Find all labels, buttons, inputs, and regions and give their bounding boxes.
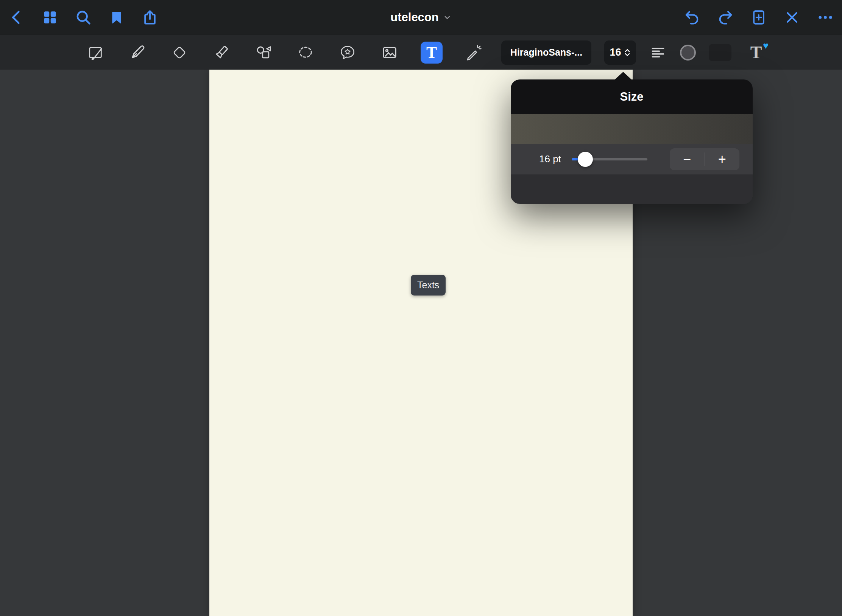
more-button[interactable] xyxy=(816,8,834,26)
text-color-swatch[interactable] xyxy=(680,45,696,61)
plus-icon: + xyxy=(718,152,726,166)
text-tool-glyph: T xyxy=(426,44,437,62)
shapes-icon xyxy=(255,44,272,61)
heart-icon: ♥ xyxy=(763,41,769,50)
ellipsis-icon xyxy=(817,9,834,26)
tool-bar: T HiraginoSans-... 16 T ♥ xyxy=(0,34,842,70)
tool-lasso[interactable] xyxy=(294,41,317,64)
popover-gradient-band xyxy=(511,114,753,144)
size-slider-row: 16 pt − + xyxy=(511,144,753,174)
popover-title: Size xyxy=(620,90,643,104)
close-icon xyxy=(784,10,800,25)
popover-arrow xyxy=(614,72,632,80)
chevron-down-icon xyxy=(443,13,452,22)
font-size-button[interactable]: 16 xyxy=(604,40,636,65)
top-navigation-bar: utelecon xyxy=(0,0,842,34)
size-popover: Size 16 pt − + xyxy=(511,79,753,204)
close-button[interactable] xyxy=(783,8,801,26)
tool-group: T xyxy=(84,35,485,70)
text-background-swatch[interactable] xyxy=(709,44,731,61)
tool-highlighter[interactable] xyxy=(210,41,233,64)
undo-button[interactable] xyxy=(683,8,701,26)
text-format-group: HiraginoSans-... 16 T ♥ xyxy=(501,35,768,70)
undo-icon xyxy=(684,9,700,26)
topbar-left-group xyxy=(8,0,159,34)
add-page-icon xyxy=(750,9,767,26)
popover-footer xyxy=(511,174,753,204)
tool-eraser[interactable] xyxy=(168,41,191,64)
thumbnails-button[interactable] xyxy=(41,8,59,26)
size-value-label: 16 pt xyxy=(539,153,561,165)
pen-icon xyxy=(129,44,146,61)
bookmark-button[interactable] xyxy=(108,8,126,26)
bookmark-icon xyxy=(109,10,124,25)
search-icon xyxy=(75,9,92,26)
chevron-left-icon xyxy=(9,9,25,25)
text-style-glyph: T xyxy=(750,44,762,61)
texts-callout[interactable]: Texts xyxy=(411,275,446,296)
tool-stickers[interactable] xyxy=(336,41,359,64)
topbar-right-group xyxy=(683,0,834,34)
tool-laser-pointer[interactable] xyxy=(462,41,485,64)
align-left-icon xyxy=(650,44,666,61)
grid-icon xyxy=(42,9,58,25)
size-decrease-button[interactable]: − xyxy=(670,148,705,170)
tool-text-active[interactable]: T xyxy=(420,41,443,64)
document-title-button[interactable]: utelecon xyxy=(390,0,451,34)
size-stepper: − + xyxy=(670,148,739,170)
document-title: utelecon xyxy=(390,11,438,24)
size-slider[interactable] xyxy=(572,152,647,167)
add-page-button[interactable] xyxy=(750,8,768,26)
eraser-icon xyxy=(171,44,188,61)
tool-shapes[interactable] xyxy=(252,41,275,64)
back-button[interactable] xyxy=(8,8,26,26)
tool-page-edit[interactable] xyxy=(84,41,107,64)
minus-icon: − xyxy=(683,152,691,166)
share-icon xyxy=(142,9,158,26)
page-edit-icon xyxy=(87,44,104,61)
redo-button[interactable] xyxy=(716,8,734,26)
tool-pen[interactable] xyxy=(126,41,149,64)
font-family-label: HiraginoSans-... xyxy=(510,47,582,58)
font-family-button[interactable]: HiraginoSans-... xyxy=(501,40,591,65)
laser-pointer-icon xyxy=(465,44,482,61)
texts-callout-label: Texts xyxy=(417,280,439,290)
redo-icon xyxy=(717,9,734,26)
font-size-value: 16 xyxy=(610,47,621,58)
sticker-star-icon xyxy=(339,44,356,61)
size-slider-thumb[interactable] xyxy=(578,152,593,167)
popover-header: Size xyxy=(511,79,753,114)
highlighter-icon xyxy=(213,44,230,61)
share-button[interactable] xyxy=(141,8,159,26)
size-increase-button[interactable]: + xyxy=(705,148,740,170)
text-align-button[interactable] xyxy=(649,44,667,62)
image-icon xyxy=(381,44,398,61)
search-button[interactable] xyxy=(74,8,92,26)
text-style-button[interactable]: T ♥ xyxy=(744,41,768,64)
lasso-icon xyxy=(297,44,314,61)
text-tool-tile: T xyxy=(421,42,443,64)
tool-image[interactable] xyxy=(378,41,401,64)
chevron-up-down-icon xyxy=(624,47,631,58)
